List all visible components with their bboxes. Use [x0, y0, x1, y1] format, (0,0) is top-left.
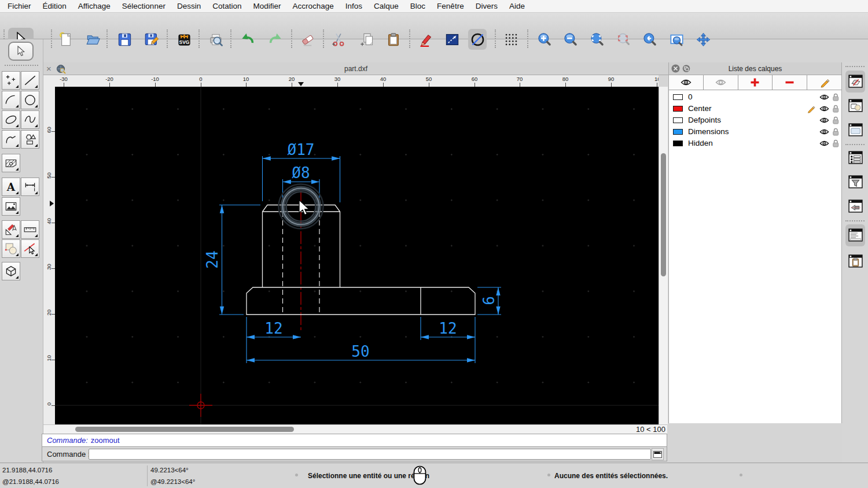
drawing-canvas[interactable]: Ø17 Ø8 24 6 12 12 50	[55, 87, 659, 424]
menu-fichier[interactable]: Fichier	[8, 2, 31, 10]
copy-button[interactable]	[358, 29, 376, 50]
select-entity-tool-button[interactable]	[21, 239, 39, 258]
menu-infos[interactable]: Infos	[345, 2, 362, 10]
layer-lock-icon[interactable]	[832, 128, 839, 136]
menu-modifier[interactable]: Modifier	[253, 2, 281, 10]
redo-button[interactable]	[266, 29, 284, 50]
menu-edition[interactable]: Édition	[43, 2, 67, 10]
layer-name[interactable]: Defpoints	[688, 116, 721, 124]
text-tool-button[interactable]: A	[2, 178, 20, 196]
layer-row-defpoints[interactable]: Defpoints	[669, 114, 841, 126]
solid-3d-tool-button[interactable]	[2, 262, 20, 280]
tab-title[interactable]: part.dxf	[43, 65, 668, 73]
shapes-tool-button[interactable]	[21, 130, 39, 149]
zoom-in-button[interactable]	[535, 29, 553, 50]
layer-color-chip[interactable]	[673, 117, 683, 123]
show-all-layers-button[interactable]	[669, 75, 704, 90]
layer-visibility-icon[interactable]	[819, 128, 829, 135]
dimension-lines[interactable]	[219, 156, 501, 363]
layer-name[interactable]: 0	[688, 93, 693, 101]
layer-name[interactable]: Center	[688, 104, 712, 113]
layer-visibility-icon[interactable]	[819, 94, 829, 101]
remove-layer-button[interactable]	[773, 75, 807, 90]
layer-lock-icon[interactable]	[832, 139, 839, 147]
dimension-tool-button[interactable]	[21, 178, 39, 196]
dock-entity-list-button[interactable]	[847, 149, 864, 167]
layer-color-chip[interactable]	[673, 106, 683, 112]
paste-button[interactable]	[384, 29, 403, 50]
layer-color-chip[interactable]	[673, 141, 683, 146]
menu-accrochage[interactable]: Accrochage	[292, 2, 333, 10]
draft-ortho-button[interactable]	[443, 29, 461, 50]
save-as-button[interactable]	[142, 29, 161, 50]
zoom-pan-button[interactable]	[694, 29, 712, 50]
export-svg-button[interactable]: SVG	[175, 29, 193, 50]
dock-library-browser-button[interactable]	[847, 121, 864, 139]
layer-name[interactable]: Hidden	[688, 139, 713, 147]
dock-entity-filter-button[interactable]	[847, 173, 864, 191]
layer-row-center[interactable]: Center	[669, 103, 841, 114]
spline-tool-button[interactable]	[21, 110, 39, 129]
command-input[interactable]	[89, 449, 651, 460]
delete-button[interactable]	[298, 29, 317, 50]
dock-clipboard-button[interactable]	[847, 253, 864, 270]
vertical-scrollbar[interactable]	[659, 87, 668, 424]
open-file-button[interactable]	[84, 29, 102, 50]
hatch-tool-button[interactable]	[2, 154, 20, 172]
command-keyboard-toggle-button[interactable]	[652, 448, 664, 460]
dock-block-list-button[interactable]	[847, 97, 864, 114]
menu-aide[interactable]: Aide	[509, 2, 525, 10]
modify-tool-button[interactable]	[2, 220, 20, 239]
menu-fenetre[interactable]: Fenêtre	[437, 2, 464, 10]
grid-toggle-button[interactable]	[502, 29, 520, 50]
print-preview-button[interactable]	[207, 29, 225, 50]
add-layer-button[interactable]	[738, 75, 773, 90]
zoom-redraw-button[interactable]	[614, 29, 632, 50]
points-tool-button[interactable]	[2, 71, 20, 90]
new-document-button[interactable]	[57, 29, 75, 50]
layer-visibility-icon[interactable]	[819, 140, 829, 147]
measure-tool-button[interactable]	[21, 220, 39, 239]
layer-visibility-icon[interactable]	[819, 117, 829, 124]
layer-lock-icon[interactable]	[832, 116, 839, 124]
save-button[interactable]	[115, 29, 134, 50]
menu-selectionner[interactable]: Sélectionner	[122, 2, 165, 10]
image-tool-button[interactable]	[2, 197, 20, 216]
line-tool-button[interactable]	[21, 71, 39, 90]
layer-color-chip[interactable]	[673, 94, 683, 100]
zoom-out-button[interactable]	[561, 29, 579, 50]
menu-divers[interactable]: Divers	[476, 2, 498, 10]
layer-row-dimensions[interactable]: Dimensions	[669, 126, 841, 138]
edit-layer-button[interactable]	[807, 75, 841, 90]
palette-select-button[interactable]	[8, 42, 34, 61]
undo-button[interactable]	[238, 29, 257, 50]
layer-lock-icon[interactable]	[832, 93, 839, 101]
polyline-tool-button[interactable]	[2, 130, 20, 149]
pen-edit-button[interactable]	[416, 29, 435, 50]
dock-layer-list-button[interactable]	[845, 71, 865, 93]
layer-row-0[interactable]: 0	[669, 91, 841, 103]
layer-row-hidden[interactable]: Hidden	[669, 138, 841, 149]
layer-visibility-icon[interactable]	[819, 105, 829, 112]
dock-command-widget-button[interactable]	[845, 224, 865, 246]
horizontal-scrollbar[interactable]	[43, 424, 667, 434]
menu-calque[interactable]: Calque	[374, 2, 399, 10]
cut-button[interactable]	[329, 29, 348, 50]
menu-bloc[interactable]: Bloc	[410, 2, 425, 10]
circle-tool-button[interactable]	[21, 91, 39, 109]
menu-dessin[interactable]: Dessin	[177, 2, 201, 10]
arc-tool-button[interactable]	[2, 91, 20, 109]
layer-name[interactable]: Dimensions	[688, 127, 729, 136]
zoom-window-button[interactable]	[667, 29, 686, 50]
vertical-scrollbar-thumb[interactable]	[661, 153, 666, 276]
draft-mode-button[interactable]	[468, 29, 487, 50]
horizontal-scrollbar-thumb[interactable]	[75, 427, 294, 432]
dock-exploration-button[interactable]	[847, 198, 864, 215]
part-outline[interactable]	[247, 205, 475, 315]
hide-all-layers-button[interactable]	[704, 75, 738, 90]
zoom-previous-button[interactable]	[640, 29, 659, 50]
menu-cotation[interactable]: Cotation	[212, 2, 241, 10]
menu-affichage[interactable]: Affichage	[78, 2, 111, 10]
zoom-auto-button[interactable]	[587, 29, 606, 50]
order-tool-button[interactable]	[2, 239, 20, 258]
